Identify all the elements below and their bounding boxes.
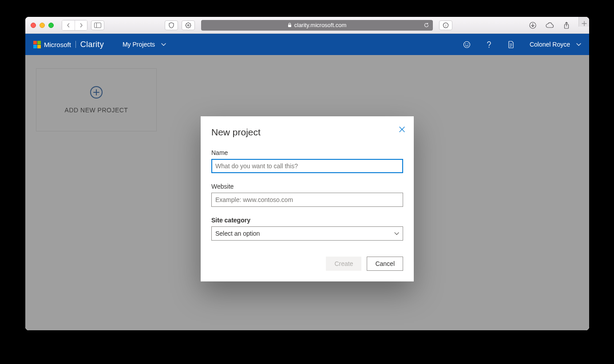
cancel-button[interactable]: Cancel xyxy=(367,257,403,271)
download-icon xyxy=(529,22,537,29)
lock-icon xyxy=(288,23,292,28)
chevron-down-icon xyxy=(576,43,581,46)
url-bar[interactable]: clarity.microsoft.com xyxy=(201,20,433,31)
minimize-window-button[interactable] xyxy=(40,23,45,28)
header-right: Colonel Royce xyxy=(463,40,581,48)
shield-icon xyxy=(168,22,174,28)
page-body: ADD NEW PROJECT New project Name Website xyxy=(25,55,589,330)
svg-point-20 xyxy=(489,47,490,47)
website-input[interactable] xyxy=(211,193,403,207)
nav-my-projects[interactable]: My Projects xyxy=(123,41,166,48)
microsoft-label: Microsoft xyxy=(44,41,71,48)
category-select-placeholder: Select an option xyxy=(215,230,260,237)
url-text: clarity.microsoft.com xyxy=(294,22,347,28)
feedback-button[interactable] xyxy=(463,40,471,48)
website-field: Website xyxy=(211,183,403,207)
close-window-button[interactable] xyxy=(31,23,36,28)
share-button[interactable] xyxy=(560,20,573,30)
back-button[interactable] xyxy=(62,20,75,30)
chevron-down-icon xyxy=(161,43,166,46)
share-icon xyxy=(563,22,570,29)
svg-point-18 xyxy=(466,44,467,44)
reload-button[interactable] xyxy=(424,22,429,28)
close-icon xyxy=(399,127,405,132)
divider xyxy=(75,41,76,48)
svg-text:i: i xyxy=(445,24,446,28)
page-content: Microsoft Clarity My Projects xyxy=(25,34,589,330)
gear-icon xyxy=(185,22,191,28)
name-field: Name xyxy=(211,149,403,173)
new-tab-button[interactable] xyxy=(578,17,589,27)
modal-overlay[interactable]: New project Name Website Site category xyxy=(25,55,589,330)
maximize-window-button[interactable] xyxy=(48,23,54,28)
cloud-icon xyxy=(545,22,554,28)
svg-point-19 xyxy=(468,44,469,44)
help-button[interactable] xyxy=(485,40,493,48)
chevron-left-icon xyxy=(66,23,71,28)
microsoft-logo-icon xyxy=(33,41,41,48)
sidebar-toggle-button[interactable] xyxy=(91,20,104,30)
question-icon xyxy=(487,41,491,48)
nav-my-projects-label: My Projects xyxy=(123,41,155,48)
create-button[interactable]: Create xyxy=(326,257,361,271)
svg-point-3 xyxy=(187,24,189,26)
product-name: Clarity xyxy=(80,40,104,49)
modal-actions: Create Cancel xyxy=(211,257,403,271)
nav-arrows xyxy=(62,20,87,31)
modal-close-button[interactable] xyxy=(398,125,406,133)
svg-rect-0 xyxy=(95,23,101,28)
chevron-right-icon xyxy=(79,23,83,28)
browser-window: clarity.microsoft.com i xyxy=(25,17,589,330)
svg-point-17 xyxy=(464,41,470,47)
sidebar-icon xyxy=(94,23,101,28)
document-icon xyxy=(508,41,515,48)
downloads-button[interactable] xyxy=(526,20,539,30)
reader-button[interactable]: i xyxy=(439,20,452,30)
clarity-header: Microsoft Clarity My Projects xyxy=(25,34,589,55)
name-label: Name xyxy=(211,149,403,156)
svg-rect-12 xyxy=(288,25,291,28)
safari-toolbar: clarity.microsoft.com i xyxy=(25,17,589,34)
docs-button[interactable] xyxy=(507,40,515,48)
shield-button[interactable] xyxy=(165,20,178,30)
category-label: Site category xyxy=(211,217,403,224)
name-input[interactable] xyxy=(211,159,403,173)
user-menu[interactable]: Colonel Royce xyxy=(530,41,581,48)
category-select[interactable]: Select an option xyxy=(211,226,403,241)
smiley-icon xyxy=(463,41,471,48)
plus-icon xyxy=(582,21,587,26)
forward-button[interactable] xyxy=(75,20,87,30)
chevron-down-icon xyxy=(394,232,399,235)
username-label: Colonel Royce xyxy=(530,41,570,48)
window-controls xyxy=(31,23,54,28)
new-project-modal: New project Name Website Site category xyxy=(201,116,414,281)
reader-icon: i xyxy=(443,22,449,28)
right-toolbar xyxy=(526,20,584,30)
website-label: Website xyxy=(211,183,403,190)
icloud-tabs-button[interactable] xyxy=(543,20,556,30)
category-field: Site category Select an option xyxy=(211,217,403,241)
site-settings-button[interactable] xyxy=(182,20,195,30)
modal-title: New project xyxy=(211,127,403,138)
